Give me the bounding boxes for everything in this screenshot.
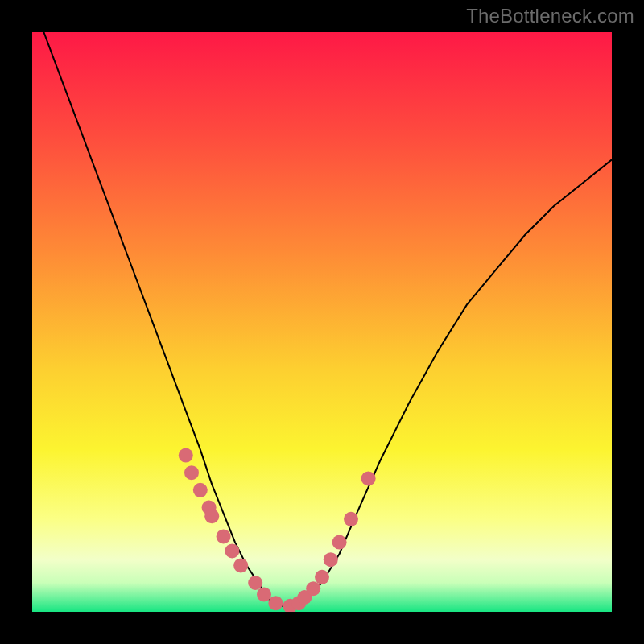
- data-marker: [361, 471, 376, 485]
- data-marker: [179, 448, 193, 463]
- data-marker: [233, 558, 248, 572]
- curve-layer: [32, 32, 612, 612]
- data-marker: [324, 552, 338, 567]
- data-marker: [204, 509, 219, 523]
- data-marker: [193, 483, 208, 497]
- attribution-label: TheBottleneck.com: [466, 5, 634, 27]
- data-marker: [332, 535, 347, 550]
- data-marker: [217, 529, 231, 543]
- data-marker: [268, 596, 283, 610]
- chart-frame: TheBottleneck.com: [0, 0, 644, 644]
- bottleneck-curve: [43, 32, 612, 606]
- data-marker: [344, 512, 358, 526]
- data-marker: [184, 465, 199, 480]
- plot-area: [32, 32, 612, 612]
- data-marker: [306, 581, 320, 596]
- data-marker: [248, 576, 262, 590]
- data-marker: [315, 570, 329, 584]
- data-marker: [225, 543, 239, 558]
- data-marker: [257, 587, 271, 601]
